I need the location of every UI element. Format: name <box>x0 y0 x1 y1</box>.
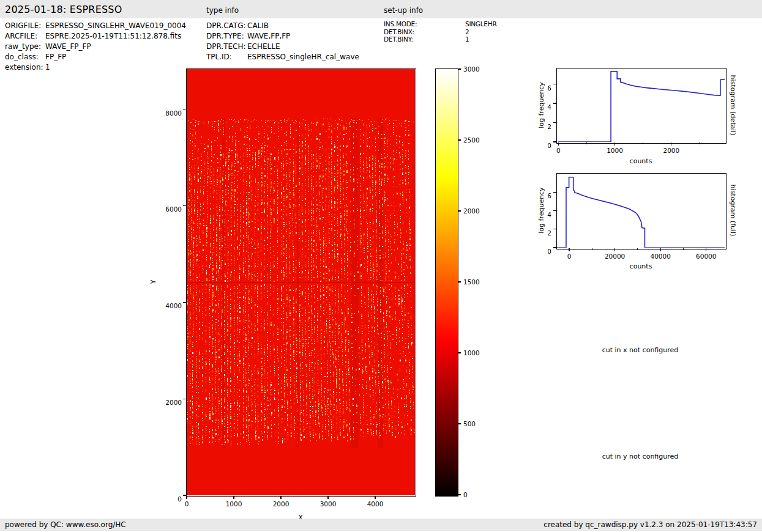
field-label: raw_type: <box>5 42 41 51</box>
tick-mark <box>183 495 186 495</box>
field-label: INS.MODE: <box>384 20 417 28</box>
tick-label: 2000 <box>463 207 480 215</box>
tick-label: 2 <box>547 229 551 237</box>
tick-mark <box>553 247 556 248</box>
tick-label: 0 <box>547 248 551 255</box>
tick-mark <box>553 210 556 211</box>
tick-mark <box>553 84 556 84</box>
tick-mark <box>660 248 661 251</box>
footer-created-by: created by qc_rawdisp.py v1.2.3 on 2025-… <box>543 520 757 529</box>
cut-y-message: cut in y not configured <box>602 453 679 460</box>
field-value: WAVE_FP_FP <box>45 42 91 51</box>
histogram-detail-yaxis-label: log frequency <box>537 82 545 128</box>
tick-label: 6 <box>547 192 551 199</box>
histogram-detail-plot <box>556 68 727 144</box>
histogram-full-xaxis-label: counts <box>630 262 652 270</box>
type-info-section-label: type info <box>206 6 239 15</box>
tick-mark <box>699 142 700 144</box>
tick-mark <box>671 142 671 146</box>
histogram-detail-title: histogram (detail) <box>729 75 737 136</box>
tick-mark <box>558 142 559 146</box>
field-label: DPR.CATG: <box>206 21 246 30</box>
tick-label: 0 <box>547 142 551 149</box>
tick-label: 0 <box>567 253 572 260</box>
field-label: DPR.TYPE: <box>206 32 244 40</box>
field-value: 1 <box>45 63 50 72</box>
tick-label: 0 <box>556 147 561 154</box>
histogram-full-yaxis-label: log frequency <box>537 187 545 233</box>
histogram-full-plot <box>556 173 727 249</box>
footer-powered-by: powered by QC: www.eso.org/HC <box>5 520 126 529</box>
histogram-detail-canvas <box>557 68 725 142</box>
field-value: 2 <box>465 28 469 35</box>
field-value: CALIB <box>247 21 269 30</box>
histogram-detail-xaxis-label: counts <box>630 157 652 165</box>
tick-label: 0 <box>185 500 189 508</box>
tick-mark <box>614 142 615 146</box>
tick-mark <box>183 205 186 206</box>
field-label: ORIGFILE: <box>5 21 41 30</box>
field-value: SINGLEHR <box>465 20 496 28</box>
tick-mark <box>280 496 281 499</box>
colorbar <box>435 68 458 497</box>
setup-info-section-label: set-up info <box>384 6 423 15</box>
tick-mark <box>233 496 234 499</box>
tick-mark <box>458 352 461 353</box>
tick-label: 6 <box>547 84 551 92</box>
main-yaxis-label: Y <box>149 280 157 284</box>
tick-label: 1500 <box>463 278 480 286</box>
field-label: extension: <box>5 63 43 72</box>
field-value: ESPRESSO_SINGLEHR_WAVE019_0004 <box>45 21 186 30</box>
tick-label: 4 <box>547 211 551 218</box>
tick-mark <box>375 496 375 499</box>
field-label: DET.BINY: <box>384 35 413 43</box>
field-label: DPR.TECH: <box>206 42 246 51</box>
tick-mark <box>458 494 461 495</box>
tick-label: 1000 <box>607 147 623 154</box>
tick-label: 3000 <box>320 500 337 508</box>
tick-label: 40000 <box>650 253 670 260</box>
tick-label: 3000 <box>463 65 480 73</box>
field-label: DET.BINX: <box>384 28 414 35</box>
tick-mark <box>553 122 556 123</box>
field-value: WAVE,FP,FP <box>247 32 290 40</box>
tick-label: 4000 <box>367 500 384 508</box>
tick-label: 0 <box>177 495 182 503</box>
tick-mark <box>327 496 328 499</box>
tick-label: 60000 <box>696 253 716 260</box>
page-title: 2025-01-18: ESPRESSO <box>5 4 122 15</box>
raw-image-canvas <box>187 69 415 495</box>
tick-label: 2000 <box>663 147 679 154</box>
histogram-full-canvas <box>557 174 725 248</box>
field-label: TPL.ID: <box>206 53 232 61</box>
tick-label: 6000 <box>165 205 182 213</box>
tick-mark <box>643 142 643 144</box>
tick-label: 4 <box>547 103 551 111</box>
raw-image-plot <box>186 68 416 497</box>
tick-mark <box>458 281 461 282</box>
tick-mark <box>553 141 556 142</box>
tick-mark <box>458 423 461 424</box>
field-value: 1 <box>465 35 469 43</box>
tick-mark <box>183 109 186 109</box>
tick-mark <box>637 248 638 250</box>
tick-mark <box>183 399 186 399</box>
tick-mark <box>458 68 461 69</box>
tick-mark <box>569 248 569 251</box>
tick-mark <box>458 210 461 211</box>
tick-label: 500 <box>463 420 476 427</box>
tick-mark <box>706 248 706 251</box>
tick-mark <box>553 103 556 103</box>
tick-mark <box>186 496 187 499</box>
cut-x-message: cut in x not configured <box>602 346 679 354</box>
tick-mark <box>592 248 592 250</box>
tick-label: 4000 <box>165 302 182 309</box>
tick-label: 1000 <box>463 349 480 357</box>
tick-label: 8000 <box>165 109 182 117</box>
tick-mark <box>458 139 461 140</box>
tick-label: 2000 <box>165 399 182 406</box>
field-value: FP_FP <box>45 53 66 61</box>
tick-label: 0 <box>463 491 468 498</box>
tick-mark <box>683 248 684 250</box>
field-label: do_class: <box>5 53 39 61</box>
